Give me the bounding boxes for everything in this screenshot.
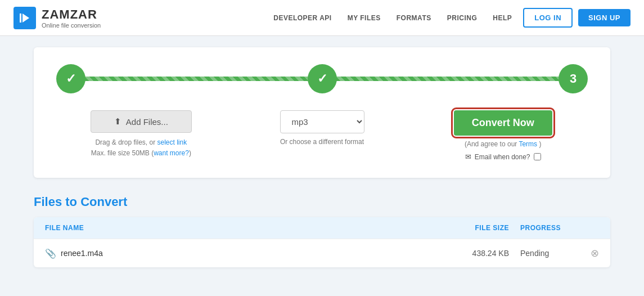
file-size-cell: 438.24 KB bbox=[442, 249, 509, 258]
step-3-action: Convert Now (And agree to our Terms ) ✉ … bbox=[418, 110, 588, 161]
files-section: Files to Convert FILE NAME FILE SIZE PRO… bbox=[34, 195, 610, 267]
format-select[interactable]: mp3 bbox=[280, 110, 364, 133]
convert-terms: (And agree to our Terms ) bbox=[465, 140, 542, 148]
convert-now-button[interactable]: Convert Now bbox=[454, 110, 552, 136]
steps-progress: ✓ ✓ 3 bbox=[56, 64, 588, 93]
file-progress-cell: Pending ⊗ bbox=[509, 247, 599, 259]
email-label: Email when done? bbox=[475, 153, 530, 161]
table-header: FILE NAME FILE SIZE PROGRESS bbox=[34, 217, 610, 239]
add-files-label: Add Files... bbox=[126, 117, 168, 127]
login-button[interactable]: LOG IN bbox=[523, 8, 573, 28]
converter-card: ✓ ✓ 3 ⬆ Add Files... Drag & drop files, … bbox=[34, 47, 610, 178]
step-3-label: 3 bbox=[570, 71, 577, 86]
nav-help[interactable]: HELP bbox=[493, 14, 512, 22]
step-2-action: mp3 Or choose a different format bbox=[237, 110, 407, 146]
nav-formats[interactable]: FORMATS bbox=[397, 14, 431, 22]
nav-links: DEVELOPER API MY FILES FORMATS PRICING H… bbox=[273, 14, 512, 22]
clip-icon: 📎 bbox=[45, 248, 56, 259]
add-files-button[interactable]: ⬆ Add Files... bbox=[91, 110, 192, 133]
header-buttons: LOG IN SIGN UP bbox=[523, 8, 631, 28]
col-header-filesize: FILE SIZE bbox=[442, 224, 509, 232]
logo-area: ZAMZAR Online file conversion bbox=[13, 7, 101, 29]
file-progress-status: Pending bbox=[520, 249, 549, 258]
section-title-highlight: Convert bbox=[80, 195, 127, 209]
col-header-progress: PROGRESS bbox=[509, 224, 599, 232]
drag-text: Drag & drop files, or bbox=[95, 138, 155, 146]
nav-my-files[interactable]: MY FILES bbox=[348, 14, 381, 22]
convert-wrap: Convert Now (And agree to our Terms ) ✉ … bbox=[454, 110, 552, 161]
step-3-circle: 3 bbox=[559, 64, 588, 93]
step-2-icon: ✓ bbox=[317, 71, 327, 86]
email-icon: ✉ bbox=[465, 153, 471, 161]
nav-developer-api[interactable]: DEVELOPER API bbox=[273, 14, 331, 22]
logo-subtitle: Online file conversion bbox=[42, 22, 101, 29]
svg-marker-0 bbox=[22, 14, 29, 23]
step-1-icon: ✓ bbox=[66, 71, 76, 86]
signup-button[interactable]: SIGN UP bbox=[578, 9, 631, 26]
main-content: ✓ ✓ 3 ⬆ Add Files... Drag & drop files, … bbox=[0, 36, 644, 279]
step-line-2 bbox=[336, 77, 560, 81]
terms-link[interactable]: Terms bbox=[519, 140, 537, 148]
format-select-wrap: mp3 Or choose a different format bbox=[280, 110, 364, 146]
table-row: 📎 renee1.m4a 438.24 KB Pending ⊗ bbox=[34, 239, 610, 267]
step-1-action: ⬆ Add Files... Drag & drop files, or sel… bbox=[56, 110, 226, 159]
section-title-prefix: Files to bbox=[34, 195, 80, 209]
file-name-cell: 📎 renee1.m4a bbox=[45, 248, 442, 259]
step-line-1 bbox=[84, 77, 309, 81]
logo-text: ZAMZAR Online file conversion bbox=[42, 7, 101, 29]
file-name: renee1.m4a bbox=[61, 249, 103, 258]
format-hint: Or choose a different format bbox=[280, 138, 364, 146]
select-link[interactable]: select link bbox=[157, 138, 187, 146]
step-2-circle: ✓ bbox=[308, 64, 337, 93]
logo-icon bbox=[13, 7, 36, 29]
step-1-circle: ✓ bbox=[56, 64, 85, 93]
max-size-text: Max. file size 50MB bbox=[91, 149, 150, 157]
col-header-filename: FILE NAME bbox=[45, 224, 442, 232]
file-info: Drag & drop files, or select link Max. f… bbox=[91, 137, 191, 159]
logo-name: ZAMZAR bbox=[42, 7, 101, 22]
remove-icon[interactable]: ⊗ bbox=[591, 247, 599, 259]
email-row: ✉ Email when done? bbox=[465, 153, 541, 161]
email-checkbox[interactable] bbox=[534, 153, 541, 160]
want-more-link[interactable]: want more? bbox=[154, 149, 189, 157]
section-title: Files to Convert bbox=[34, 195, 610, 209]
nav-pricing[interactable]: PRICING bbox=[447, 14, 478, 22]
svg-rect-1 bbox=[20, 14, 21, 23]
files-table: FILE NAME FILE SIZE PROGRESS 📎 renee1.m4… bbox=[34, 217, 610, 267]
upload-icon: ⬆ bbox=[114, 116, 121, 127]
header: ZAMZAR Online file conversion DEVELOPER … bbox=[0, 0, 644, 36]
steps-actions: ⬆ Add Files... Drag & drop files, or sel… bbox=[56, 110, 588, 161]
